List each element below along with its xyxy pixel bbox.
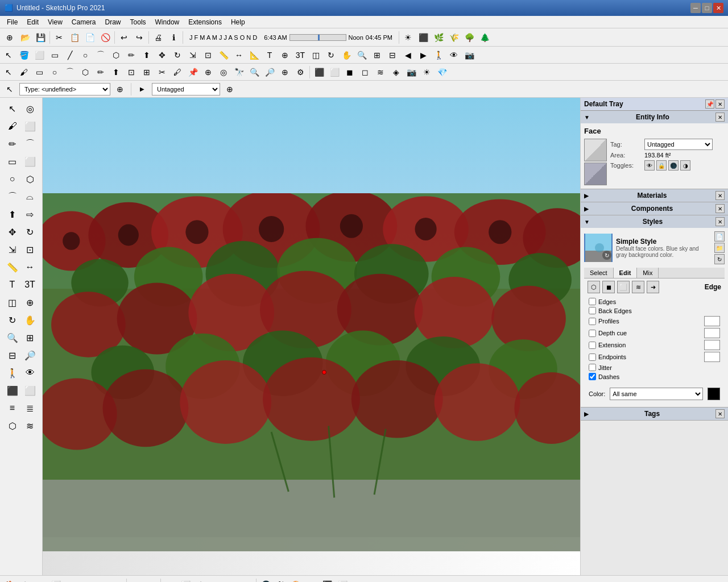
dashes-checkbox[interactable] (589, 373, 596, 380)
arc-tool[interactable]: ⌒ (93, 48, 108, 63)
menu-extensions[interactable]: Extensions (184, 17, 226, 27)
pan-tool[interactable]: ✋ (339, 48, 354, 63)
select-tool-tagbar[interactable]: ↖ (2, 82, 17, 97)
lt-extra1[interactable]: ⬡ (4, 417, 21, 434)
views-zoom1[interactable]: 🔍 (247, 65, 262, 80)
endpoints-value[interactable]: 9 (704, 352, 720, 362)
viewport-canvas[interactable] (43, 98, 580, 575)
lt-circle[interactable]: ○ (4, 171, 21, 188)
sun-button[interactable]: ☀ (401, 30, 416, 45)
tags-close[interactable]: ✕ (715, 409, 725, 418)
views-off6[interactable]: ⊕ (201, 65, 216, 80)
bt-style3[interactable]: ⬡ (193, 577, 208, 583)
views-off8[interactable]: 🔭 (231, 65, 246, 80)
views-zoom2[interactable]: 🔎 (262, 65, 277, 80)
lt-look[interactable]: 👁 (22, 364, 39, 381)
entity-info-close[interactable]: ✕ (715, 113, 725, 122)
extension-checkbox[interactable] (589, 342, 596, 349)
axes-tool[interactable]: ⊕ (278, 48, 292, 63)
lt-dim[interactable]: ↔ (22, 259, 39, 276)
profiles-checkbox[interactable] (589, 318, 596, 325)
move-tool[interactable]: ✥ (155, 48, 169, 63)
views-cog[interactable]: ⚙ (293, 65, 308, 80)
lt-rotate[interactable]: ↻ (22, 223, 39, 240)
bt-front[interactable]: ▭ (33, 577, 48, 583)
protractor-tool[interactable]: 📐 (247, 48, 262, 63)
color-swatch[interactable] (708, 388, 720, 400)
terrain-tool2[interactable]: ≋ (373, 65, 388, 80)
maximize-button[interactable]: □ (702, 3, 712, 13)
toggle-visibility[interactable]: 👁 (644, 160, 655, 171)
section-plane-tool[interactable]: ◫ (308, 48, 323, 63)
sun-tool2[interactable]: ☀ (419, 65, 434, 80)
bt-section-fill[interactable]: ⬜ (335, 577, 350, 583)
views-arc[interactable]: ⌒ (63, 65, 77, 80)
zoom-window-tool[interactable]: ⊞ (370, 48, 384, 63)
menu-draw[interactable]: Draw (101, 17, 126, 27)
lt-erase[interactable]: ⬜ (22, 118, 39, 135)
menu-file[interactable]: File (2, 17, 22, 27)
save-button[interactable]: 💾 (33, 30, 48, 45)
bt-style1[interactable]: ◼ (163, 577, 177, 583)
views-off2[interactable]: ⊞ (139, 65, 154, 80)
materials-header[interactable]: ▶ Materials ✕ (581, 189, 728, 202)
viewport[interactable] (43, 98, 580, 575)
offset-tool[interactable]: ⊡ (201, 48, 216, 63)
bt-iso[interactable]: ⬡ (18, 577, 32, 583)
eraser-tool[interactable]: ⬜ (32, 48, 47, 63)
lt-text[interactable]: T (4, 276, 21, 293)
bt-ground[interactable]: ⬛ (320, 577, 334, 583)
style-folder-button[interactable]: 📁 (714, 243, 725, 253)
lt-zoom[interactable]: 🔍 (4, 329, 21, 346)
open-button[interactable]: 📂 (18, 30, 32, 45)
tag-field-select[interactable]: Untagged (644, 139, 713, 150)
bt-style4[interactable]: ≋ (209, 577, 224, 583)
style-tab-edit[interactable]: Edit (614, 268, 638, 278)
tree1-button[interactable]: 🌾 (447, 30, 462, 45)
lt-space-mouse[interactable]: ◎ (22, 100, 39, 117)
orbit-tool[interactable]: ↻ (324, 48, 338, 63)
rectangle-tool[interactable]: ▭ (47, 48, 62, 63)
lt-scale[interactable]: ⇲ (4, 241, 21, 258)
lt-section[interactable]: ◫ (4, 294, 21, 311)
components-close[interactable]: ✕ (715, 204, 725, 213)
tags-header[interactable]: ▶ Tags ✕ (581, 408, 728, 420)
photo-tool[interactable]: 📷 (404, 65, 419, 80)
menu-window[interactable]: Window (151, 17, 184, 27)
tree2-button[interactable]: 🌳 (462, 30, 477, 45)
lt-rect[interactable]: ▭ (4, 153, 21, 170)
views-circ[interactable]: ○ (47, 65, 62, 80)
bt-right[interactable]: ▷ (79, 577, 94, 583)
menu-view[interactable]: View (43, 17, 67, 27)
text-tool[interactable]: T (262, 48, 277, 63)
sandbox-tool[interactable]: ⬛ (312, 65, 326, 80)
back-edges-checkbox[interactable] (589, 307, 596, 314)
bt-fog[interactable]: 🌫 (274, 577, 288, 583)
lt-push-pull[interactable]: ⬆ (4, 206, 21, 223)
3d-text-tool[interactable]: 3T (293, 48, 308, 63)
paint-bucket[interactable]: 🪣 (16, 48, 31, 63)
circle-tool[interactable]: ○ (78, 48, 93, 63)
menu-tools[interactable]: Tools (126, 17, 151, 27)
solid-tool[interactable]: ⬜ (327, 65, 342, 80)
profiles-value[interactable]: 2 (704, 316, 720, 326)
lt-move[interactable]: ✥ (4, 223, 21, 240)
rotate-tool[interactable]: ↻ (170, 48, 185, 63)
endpoints-checkbox[interactable] (589, 354, 596, 361)
dynamic-tool[interactable]: ◼ (342, 65, 357, 80)
undo-button[interactable]: ↩ (117, 30, 131, 45)
ruby-tool[interactable]: 💎 (435, 65, 449, 80)
menu-camera[interactable]: Camera (67, 17, 101, 27)
views-search[interactable]: ⊕ (278, 65, 292, 80)
bt-left[interactable]: ◁ (64, 577, 78, 583)
erase-button[interactable]: 🚫 (98, 30, 113, 45)
dimension-tool[interactable]: ↔ (231, 48, 246, 63)
lt-extra2[interactable]: ≋ (22, 417, 39, 434)
lt-zoom-ext[interactable]: ⊟ (4, 347, 21, 364)
color-dropdown[interactable]: All same (610, 388, 703, 400)
bt-style2[interactable]: ⬜ (178, 577, 193, 583)
menu-edit[interactable]: Edit (22, 17, 43, 27)
bt-xray[interactable]: 👁 (239, 577, 254, 583)
lt-axes[interactable]: ⊕ (22, 294, 39, 311)
select-tool[interactable]: ↖ (1, 48, 16, 63)
